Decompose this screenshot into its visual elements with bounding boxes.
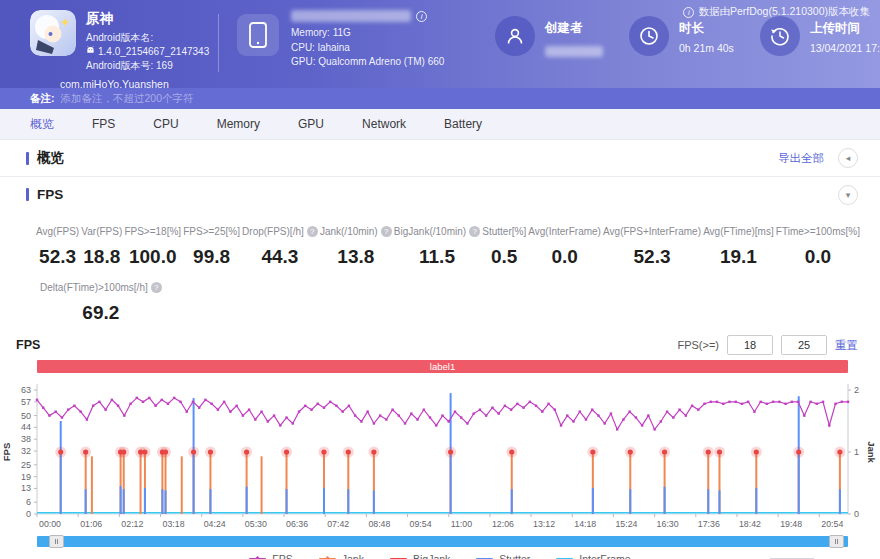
stat-item: Avg(FTime)[ms]19.1 [703,226,774,268]
help-icon[interactable]: ? [381,226,392,237]
stat-item: FPS>=18[%]100.0 [124,226,181,268]
duration-label: 时长 [679,20,734,37]
svg-text:1: 1 [854,447,859,457]
legend-item-bigjank[interactable]: BigJank [390,553,450,559]
svg-text:2: 2 [854,385,859,395]
android-icon [86,45,95,59]
android-version-name-label: Android版本名: [86,31,209,45]
scrollbar-left-handle[interactable] [49,535,64,548]
reset-link[interactable]: 重置 [835,338,858,353]
creator-block: 创建者 [495,16,603,61]
svg-text:12:06: 12:06 [492,519,514,529]
credit-text: 数据由PerfDog(5.1.210300)版本收集 [698,5,870,19]
note-placeholder: 添加备注，不超过200个字符 [61,92,194,106]
history-icon [760,16,800,56]
fps-chart-title: FPS [16,338,40,352]
device-info-block: i Memory: 11G CPU: lahaina GPU: Qualcomm… [237,10,469,70]
stat-item: Jank(/10min)?13.8 [320,226,392,268]
svg-text:06:36: 06:36 [286,519,308,529]
android-version-code: Android版本号: 169 [86,59,209,73]
svg-text:38: 38 [21,434,31,444]
fps-section-title: FPS [26,187,63,202]
section-accent-bar [26,152,29,165]
svg-text:09:54: 09:54 [410,519,432,529]
export-all-link[interactable]: 导出全部 [778,151,824,166]
svg-text:44: 44 [21,422,31,432]
legend-item-fps[interactable]: FPS [249,553,292,559]
stat-label: Avg(FPS+InterFrame) [603,226,701,237]
stat-value: 0.0 [776,246,860,268]
help-icon[interactable]: ? [307,226,318,237]
creator-label: 创建者 [545,20,603,37]
legend-label: InterFrame [579,553,630,559]
stat-value: 44.3 [242,246,318,268]
header-divider [218,14,219,72]
fps-section-header: FPS ▾ [0,177,880,212]
svg-text:05:30: 05:30 [245,519,267,529]
note-input[interactable]: 备注: 添加备注，不超过200个字符 [0,88,880,109]
svg-text:50: 50 [21,411,31,421]
fps-section-title-text: FPS [37,187,63,202]
legend-label: Jank [342,553,364,559]
tab-bar: 概览FPSCPUMemoryGPUNetworkBattery [0,109,880,140]
app-name: 原神 [86,10,209,28]
svg-text:57: 57 [21,397,31,407]
stat-label: Avg(FPS) [36,226,79,237]
tab-battery[interactable]: Battery [444,117,482,131]
duration-block: 时长 0h 21m 40s [629,16,734,56]
stat-item: Avg(InterFrame)0.0 [528,226,601,268]
fps-chart-plot[interactable]: 6357504438322519136021000:0001:0602:1203… [0,375,880,536]
scrollbar-right-handle[interactable] [829,535,844,548]
svg-text:63: 63 [21,385,31,395]
upload-time-block: 上传时间 13/04/2021 17:48:24 [760,16,880,56]
stat-value: 100.0 [124,246,181,268]
stat-value: 11.5 [394,246,480,268]
svg-text:03:18: 03:18 [163,519,185,529]
tab-network[interactable]: Network [362,117,406,131]
stat-item: BigJank(/10min)?11.5 [394,226,480,268]
fps-chart-header: FPS FPS(>=) 重置 [0,334,880,356]
fps-threshold-min-input[interactable] [727,335,773,355]
help-icon[interactable]: ? [469,226,480,237]
tab-gpu[interactable]: GPU [298,117,324,131]
app-info-block: 原神 Android版本名: 1.4.0_2154667_2147343 And… [30,10,218,90]
perfdog-version-credit: i 数据由PerfDog(5.1.210300)版本收集 [683,5,870,19]
legend-item-jank[interactable]: Jank [319,553,364,559]
tab-fps[interactable]: FPS [92,117,115,131]
game-app-icon [30,10,76,56]
chart-range-scrollbar[interactable] [37,536,848,547]
report-header: i 数据由PerfDog(5.1.210300)版本收集 [0,0,880,88]
legend-item-interframe[interactable]: InterFrame [556,553,630,559]
help-icon[interactable]: ? [151,282,162,293]
fps-threshold-max-input[interactable] [781,335,827,355]
stat-item: Stutter[%]0.5 [482,226,526,268]
tab-概览[interactable]: 概览 [30,116,54,133]
tab-memory[interactable]: Memory [217,117,260,131]
fps-stats-row: Avg(FPS)52.3Var(FPS)18.8FPS>=18[%]100.0F… [0,212,880,268]
stat-value: 99.8 [183,246,240,268]
stat-item: Var(FPS)18.8 [81,226,122,268]
tab-cpu[interactable]: CPU [153,117,178,131]
perfdog-report-page: i 数据由PerfDog(5.1.210300)版本收集 [0,0,880,559]
stat-value: 18.8 [81,246,122,268]
upload-time-value: 13/04/2021 17:48:24 [810,42,880,54]
collapse-left-button[interactable]: ◂ [838,148,858,168]
svg-text:6: 6 [26,497,31,507]
collapse-down-button[interactable]: ▾ [838,185,858,205]
device-gpu: GPU: Qualcomm Adreno (TM) 660 [291,55,444,70]
stat-value: 0.5 [482,246,526,268]
legend-item-stutter[interactable]: Stutter [476,553,530,559]
svg-text:25: 25 [21,460,31,470]
fps-stats-row-2: Delta(FTime)>100ms[/h] ? 69.2 [0,268,880,324]
svg-text:0: 0 [26,509,31,519]
svg-text:16:30: 16:30 [657,519,679,529]
stat-label: Avg(InterFrame) [528,226,601,237]
legend-label: BigJank [413,553,450,559]
stat-value: 69.2 [40,302,162,324]
device-info-icon[interactable]: i [416,11,427,22]
svg-text:11:00: 11:00 [451,519,472,529]
svg-text:07:42: 07:42 [327,519,349,529]
label1-band[interactable]: label1 [37,360,848,373]
android-version-name: 1.4.0_2154667_2147343 [98,45,209,59]
stat-label: Stutter[%] [482,226,526,237]
